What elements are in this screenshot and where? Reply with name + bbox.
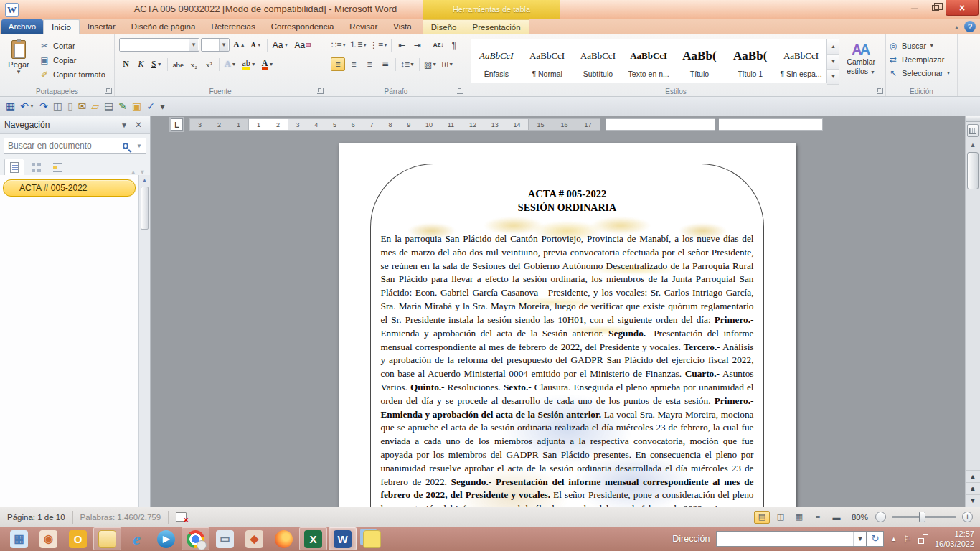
format-painter-button[interactable]: ✐Copiar formato — [39, 67, 113, 82]
network-icon[interactable] — [918, 534, 928, 543]
calculator-icon[interactable]: ▦ — [5, 527, 33, 550]
paint-icon[interactable]: ◉ — [34, 527, 62, 550]
heading-acta-005-2022[interactable]: ACTA # 005-2022 — [3, 179, 136, 197]
print-icon[interactable]: ▤ — [104, 100, 113, 112]
close-button[interactable]: × — [946, 0, 979, 16]
change-case-button[interactable]: Aa▼ — [270, 38, 291, 52]
font-color-button[interactable]: A▼ — [260, 57, 276, 71]
paragraph-dialog-launcher[interactable] — [457, 88, 463, 94]
open-icon[interactable]: ▱ — [91, 100, 99, 112]
replace-button[interactable]: ⇄Reemplazar — [887, 52, 956, 66]
scroll-up-icon[interactable]: ▲ — [139, 175, 150, 186]
spelling-grammar-icon[interactable]: ✓ — [146, 100, 155, 112]
italic-button[interactable]: K — [134, 57, 148, 71]
shading-button[interactable]: ▨▼ — [423, 57, 438, 71]
copy-button[interactable]: ▣Copiar — [39, 53, 113, 67]
nav-tab-pages[interactable] — [26, 159, 46, 176]
search-icon[interactable] — [123, 143, 128, 149]
tab-archivo[interactable]: Archivo — [1, 19, 43, 34]
address-input[interactable] — [717, 532, 853, 546]
navigation-options-icon[interactable]: ▼ — [117, 121, 131, 129]
zoom-in-button[interactable]: + — [962, 512, 973, 522]
tab-vista[interactable]: Vista — [385, 19, 419, 34]
select-button[interactable]: ↖Seleccionar▼ — [887, 66, 956, 80]
show-hidden-icons[interactable]: ▲ — [890, 535, 897, 542]
search-options-icon[interactable]: ▼ — [133, 143, 146, 149]
tab-revisar[interactable]: Revisar — [341, 19, 385, 34]
styles-more-icon[interactable]: ▼ — [827, 70, 839, 85]
tab-insertar[interactable]: Insertar — [80, 19, 123, 34]
style-subtitulo[interactable]: AaBbCcISubtítulo — [573, 39, 624, 83]
tab-inicio[interactable]: Inicio — [43, 19, 80, 34]
chevron-down-icon[interactable]: ▼ — [219, 39, 228, 51]
redo-icon[interactable]: ↷ — [39, 100, 48, 112]
borders-button[interactable]: ⊞▼ — [440, 57, 455, 71]
address-go-icon[interactable]: ↻ — [867, 531, 884, 547]
internet-explorer-icon[interactable]: e — [123, 527, 151, 550]
styles-scroll-down-icon[interactable]: ▼ — [827, 55, 839, 70]
outlook-icon[interactable]: O — [64, 527, 92, 550]
tab-presentacion-tabla[interactable]: Presentación — [465, 20, 529, 35]
cut-button[interactable]: ✂Cortar — [39, 39, 113, 53]
grow-font-button[interactable]: A▲ — [231, 38, 248, 52]
align-left-button[interactable]: ≡ — [331, 57, 345, 71]
nav-tab-results[interactable] — [47, 159, 67, 176]
bold-button[interactable]: N — [119, 57, 133, 71]
document-page[interactable]: ACTA # 005-2022 SESIÓN ORDINARIA En la p… — [339, 143, 796, 507]
tab-diseno-tabla[interactable]: Diseño — [423, 20, 465, 35]
navigation-scrollbar[interactable]: ▲ — [138, 175, 150, 507]
outline-view-button[interactable]: ≡ — [810, 511, 826, 524]
show-marks-button[interactable]: ¶ — [447, 38, 461, 52]
word-app-icon[interactable]: W — [5, 3, 19, 17]
quick-edit-icon[interactable]: ✎ — [118, 100, 127, 112]
print-layout-view-button[interactable]: ▤ — [754, 511, 770, 524]
clipboard-dialog-launcher[interactable] — [105, 88, 112, 94]
font-name-input[interactable] — [120, 39, 189, 51]
tab-correspondencia[interactable]: Correspondencia — [263, 19, 342, 34]
document-paragraph[interactable]: En la parroquia San Plácido del Cantón P… — [381, 232, 754, 507]
document-canvas[interactable]: ACTA # 005-2022 SESIÓN ORDINARIA En la p… — [151, 133, 965, 507]
full-screen-reading-button[interactable]: ◫ — [773, 511, 788, 524]
zoom-level[interactable]: 80% — [852, 513, 868, 522]
scrollbar-thumb[interactable] — [967, 152, 979, 189]
styles-scroll-up-icon[interactable]: ▲ — [827, 39, 839, 55]
chrome-icon[interactable] — [182, 527, 209, 550]
font-dialog-launcher[interactable] — [317, 88, 324, 94]
scan-icon[interactable]: ▭ — [211, 527, 239, 550]
superscript-button[interactable]: x² — [202, 57, 216, 71]
vertical-scrollbar[interactable]: ▲ ▲▲ ● ▼▼ — [965, 116, 980, 507]
increase-indent-button[interactable]: ⇥ — [410, 38, 425, 52]
scrollbar-thumb[interactable] — [141, 187, 149, 230]
action-center-flag-icon[interactable]: ⚐ — [903, 534, 912, 545]
tab-diseno-de-pagina[interactable]: Diseño de página — [123, 19, 204, 34]
align-center-button[interactable]: ≡ — [347, 57, 361, 71]
print-preview-icon[interactable]: ◫ — [53, 100, 62, 112]
proofing-status[interactable] — [169, 511, 194, 524]
help-icon[interactable]: ? — [964, 21, 976, 32]
tab-referencias[interactable]: Referencias — [203, 19, 263, 34]
split-handle[interactable] — [966, 116, 980, 122]
decrease-indent-button[interactable]: ⇤ — [395, 38, 409, 52]
styles-dialog-launcher[interactable] — [877, 88, 883, 94]
strikethrough-button[interactable]: abe — [171, 57, 186, 71]
change-styles-button[interactable]: AA Cambiar estilos ▼ — [839, 39, 882, 83]
word-count-indicator[interactable]: Palabras: 1.460/2.759 — [73, 511, 169, 524]
align-right-button[interactable]: ≡ — [362, 57, 377, 71]
next-page-icon[interactable]: ▼▼ — [966, 494, 980, 507]
font-size-input[interactable] — [202, 39, 219, 51]
navigation-close-icon[interactable]: ✕ — [131, 120, 146, 130]
numbering-button[interactable]: ⒈≡▼ — [349, 38, 368, 52]
style-enfasis[interactable]: AaBbCcIÉnfasis — [471, 39, 522, 83]
taskbar-clock[interactable]: 12:57 16/03/2022 — [935, 529, 974, 550]
sort-button[interactable]: AZ↓ — [431, 38, 446, 52]
search-input[interactable] — [4, 141, 123, 151]
multilevel-list-button[interactable]: ⋮≡▼ — [369, 38, 389, 52]
horizontal-ruler[interactable]: 3211234567891011121314151617 — [189, 118, 823, 131]
chevron-down-icon[interactable]: ▼ — [189, 39, 198, 51]
subscript-button[interactable]: x₂ — [187, 57, 201, 71]
excel-icon[interactable]: X — [299, 527, 327, 550]
style-normal[interactable]: AaBbCcI¶ Normal — [522, 39, 573, 83]
minimize-button[interactable]: ─ — [904, 0, 925, 16]
undo-icon[interactable]: ↶▼ — [20, 100, 34, 112]
select-browse-object-icon[interactable]: ● — [966, 482, 980, 494]
